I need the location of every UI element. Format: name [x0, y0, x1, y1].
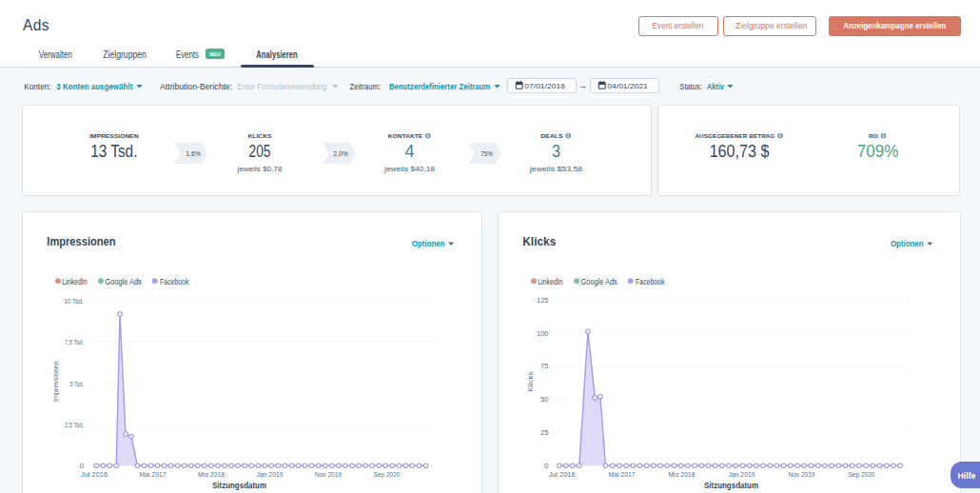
- svg-text:3 Konten ausgewählt: 3 Konten ausgewählt: [56, 81, 133, 91]
- svg-text:Klicks: Klicks: [526, 372, 535, 392]
- svg-text:Aktiv: Aktiv: [707, 81, 724, 91]
- svg-text:IMPRESSIONEN: IMPRESSIONEN: [89, 133, 139, 139]
- svg-text:jeweils $0,78: jeweils $0,78: [237, 165, 283, 173]
- svg-text:Google Ads: Google Ads: [581, 277, 617, 286]
- svg-text:04/01/2021: 04/01/2021: [607, 82, 648, 90]
- svg-text:Anzeigenkampagne erstellen: Anzeigenkampagne erstellen: [844, 21, 947, 30]
- svg-text:Facebook: Facebook: [160, 277, 189, 286]
- svg-text:205: 205: [249, 142, 271, 161]
- svg-text:Jan 2019: Jan 2019: [729, 470, 755, 479]
- svg-text:10 Tsd.: 10 Tsd.: [64, 297, 84, 306]
- svg-text:Ads: Ads: [23, 16, 49, 33]
- svg-text:Verwalten: Verwalten: [39, 49, 72, 60]
- svg-text:Jul 2016: Jul 2016: [81, 470, 108, 479]
- svg-text:160,73 $: 160,73 $: [710, 142, 770, 161]
- svg-text:Google Ads: Google Ads: [106, 277, 142, 286]
- svg-text:Impressionen: Impressionen: [51, 361, 60, 402]
- svg-text:2,0%: 2,0%: [333, 149, 347, 158]
- svg-text:Mai 2017: Mai 2017: [609, 470, 636, 479]
- svg-text:2,5 Tsd.: 2,5 Tsd.: [65, 421, 84, 429]
- svg-text:Sep 2020: Sep 2020: [849, 470, 875, 479]
- svg-text:KLICKS: KLICKS: [248, 133, 272, 139]
- svg-text:75: 75: [540, 362, 549, 370]
- svg-text:Events: Events: [176, 49, 199, 60]
- svg-text:Hilfe: Hilfe: [958, 470, 976, 481]
- svg-text:07/01/2016: 07/01/2016: [524, 82, 565, 90]
- svg-text:Zielgruppen: Zielgruppen: [103, 49, 147, 60]
- svg-text:Sitzungsdatum: Sitzungsdatum: [212, 481, 266, 490]
- svg-text:jeweils $53,58: jeweils $53,58: [529, 165, 582, 173]
- svg-text:KONTAKTE: KONTAKTE: [388, 133, 423, 139]
- svg-text:25: 25: [540, 428, 549, 437]
- svg-text:NEU: NEU: [209, 51, 221, 57]
- svg-text:LinkedIn: LinkedIn: [62, 277, 88, 286]
- svg-text:Optionen: Optionen: [891, 239, 924, 248]
- svg-text:Facebook: Facebook: [636, 277, 665, 286]
- svg-text:3: 3: [552, 142, 560, 161]
- svg-text:DEALS: DEALS: [540, 133, 562, 139]
- svg-text:Mrz 2018: Mrz 2018: [198, 470, 225, 479]
- svg-text:709%: 709%: [857, 142, 899, 161]
- svg-text:Attribution-Berichte:: Attribution-Berichte:: [160, 81, 232, 91]
- svg-text:AUSGEGEBENER BETRAG: AUSGEGEBENER BETRAG: [695, 133, 774, 139]
- svg-text:Jan 2019: Jan 2019: [257, 470, 284, 479]
- svg-text:Zielgruppe erstellen: Zielgruppe erstellen: [735, 21, 808, 30]
- svg-text:Mai 2017: Mai 2017: [140, 470, 167, 479]
- svg-text:Nov 2019: Nov 2019: [789, 470, 815, 479]
- svg-text:Benutzerdefinierter Zeitraum: Benutzerdefinierter Zeitraum: [389, 81, 491, 91]
- svg-text:Optionen: Optionen: [412, 239, 445, 248]
- svg-text:13 Tsd.: 13 Tsd.: [90, 142, 137, 161]
- svg-text:Konten:: Konten:: [24, 81, 50, 91]
- svg-text:Jul 2016: Jul 2016: [549, 470, 577, 479]
- svg-text:Mrz 2018: Mrz 2018: [669, 470, 696, 479]
- svg-text:75%: 75%: [480, 149, 493, 158]
- svg-text:Erste Formulareinsendung: Erste Formulareinsendung: [237, 81, 326, 91]
- svg-text:Nov 2019: Nov 2019: [315, 470, 342, 479]
- svg-text:1,6%: 1,6%: [186, 149, 200, 158]
- svg-text:ROI: ROI: [869, 133, 878, 139]
- svg-text:Sep 2020: Sep 2020: [374, 470, 401, 479]
- svg-text:5 Tsd.: 5 Tsd.: [70, 380, 84, 388]
- svg-text:LinkedIn: LinkedIn: [538, 277, 563, 286]
- svg-text:50: 50: [540, 395, 549, 404]
- svg-text:Analysieren: Analysieren: [256, 49, 298, 60]
- svg-text:Impressionen: Impressionen: [47, 234, 115, 248]
- svg-text:7,5 Tsd.: 7,5 Tsd.: [65, 338, 84, 346]
- svg-text:→: →: [578, 81, 587, 90]
- svg-text:Klicks: Klicks: [522, 234, 556, 248]
- svg-text:Event erstellen: Event erstellen: [652, 21, 703, 30]
- svg-text:Sitzungsdatum: Sitzungsdatum: [704, 481, 758, 490]
- svg-text:jeweils $40,18: jeweils $40,18: [383, 165, 435, 173]
- svg-text:Status:: Status:: [679, 81, 702, 91]
- svg-text:100: 100: [537, 329, 549, 338]
- svg-text:Zeitraum:: Zeitraum:: [350, 81, 382, 91]
- svg-text:125: 125: [537, 296, 549, 305]
- svg-text:4: 4: [405, 142, 415, 161]
